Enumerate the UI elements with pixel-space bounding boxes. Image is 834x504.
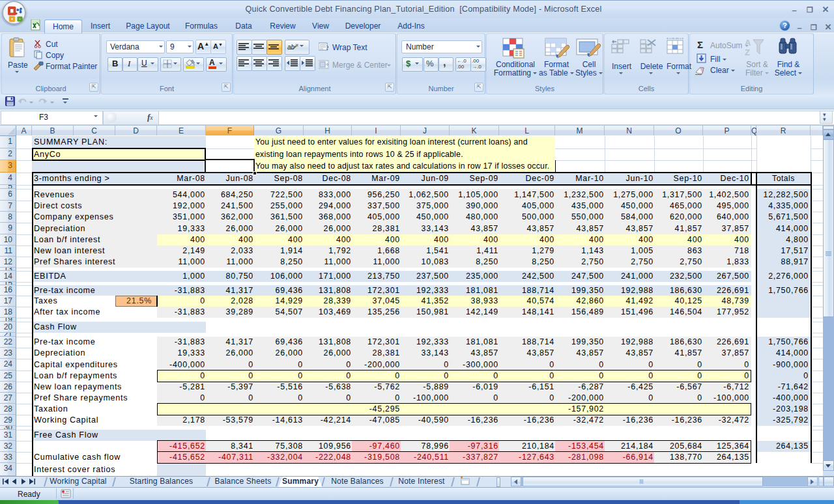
svg-text:Z: Z: [745, 48, 750, 57]
svg-text:ab: ab: [287, 44, 295, 51]
svg-text:A: A: [745, 38, 751, 48]
